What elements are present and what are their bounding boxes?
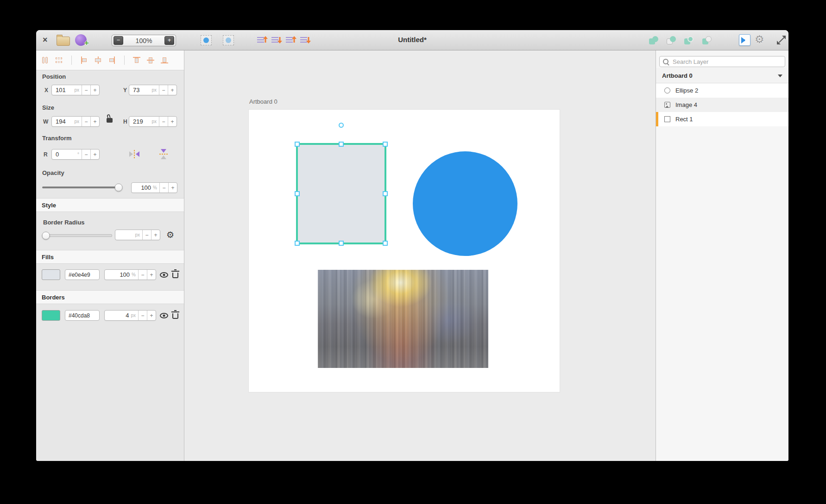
distribute-vertical-icon[interactable] xyxy=(55,56,63,64)
border-radius-increment-button[interactable]: + xyxy=(151,230,160,240)
rotation-decrement-button[interactable]: − xyxy=(82,149,90,159)
border-color-swatch[interactable] xyxy=(42,310,60,321)
flip-horizontal-icon[interactable] xyxy=(129,150,139,158)
close-window-button[interactable]: × xyxy=(43,35,48,44)
layer-name: Rect 1 xyxy=(675,116,693,123)
open-file-icon[interactable] xyxy=(57,37,70,46)
border-radius-slider[interactable] xyxy=(42,234,112,237)
titlebar[interactable]: × + − 100% + Untitled* xyxy=(36,30,788,50)
border-radius-input[interactable]: px xyxy=(115,230,142,240)
border-radius-slider-knob[interactable] xyxy=(42,232,50,240)
align-left-icon[interactable] xyxy=(80,56,88,64)
width-increment-button[interactable]: + xyxy=(90,117,99,126)
export-artboards-icon[interactable]: + xyxy=(75,34,87,46)
opacity-decrement-button[interactable]: − xyxy=(159,183,168,193)
align-top-icon[interactable] xyxy=(133,56,141,64)
flip-vertical-icon[interactable] xyxy=(159,149,168,159)
height-input[interactable]: 219px xyxy=(129,117,159,126)
layer-row-image[interactable]: Image 4 xyxy=(656,98,788,112)
layer-row-ellipse[interactable]: Ellipse 2 xyxy=(656,83,788,98)
style-title: Style xyxy=(42,202,56,209)
selection-handle-bottom-center[interactable] xyxy=(339,241,344,246)
height-decrement-button[interactable]: − xyxy=(159,117,168,126)
select-all-icon[interactable] xyxy=(201,35,212,45)
rotation-increment-button[interactable]: + xyxy=(90,149,99,159)
zoom-in-button[interactable]: + xyxy=(164,36,174,45)
boolean-union-icon[interactable] xyxy=(648,35,659,45)
search-input[interactable] xyxy=(672,58,782,66)
align-bottom-icon[interactable] xyxy=(161,56,169,64)
bring-forward-icon[interactable] xyxy=(257,36,268,44)
distribute-horizontal-icon[interactable] xyxy=(41,56,49,64)
layer-search-box[interactable] xyxy=(659,56,785,67)
width-input[interactable]: 194px xyxy=(52,117,82,126)
settings-gear-icon[interactable]: ⚙ xyxy=(755,33,764,45)
layer-row-rect[interactable]: Rect 1 xyxy=(656,112,788,126)
opacity-slider[interactable] xyxy=(42,187,121,188)
artboard-label[interactable]: Artboard 0 xyxy=(249,98,277,105)
y-increment-button[interactable]: + xyxy=(168,85,177,95)
fill-opacity-decrement-button[interactable]: − xyxy=(138,270,147,280)
image-object[interactable] xyxy=(318,270,488,368)
boolean-difference-icon[interactable] xyxy=(666,35,677,45)
layers-empty-area[interactable] xyxy=(656,126,788,461)
send-backward-icon[interactable] xyxy=(271,36,283,44)
selection-handle-bottom-right[interactable] xyxy=(383,241,388,246)
mirror-axis xyxy=(159,154,168,155)
x-decrement-button[interactable]: − xyxy=(82,85,90,95)
y-decrement-button[interactable]: − xyxy=(159,85,168,95)
border-width-decrement-button[interactable]: − xyxy=(138,311,147,320)
chevron-down-icon[interactable] xyxy=(778,75,782,80)
zoom-level[interactable]: 100% xyxy=(125,37,163,44)
fill-visibility-eye-icon[interactable] xyxy=(160,272,168,278)
border-radius-options-icon[interactable]: ⚙ xyxy=(166,230,174,239)
align-right-icon[interactable] xyxy=(108,56,116,64)
fill-color-swatch[interactable] xyxy=(42,269,60,280)
export-icon[interactable] xyxy=(739,34,750,46)
border-visibility-eye-icon[interactable] xyxy=(160,313,168,318)
deselect-icon[interactable] xyxy=(223,35,234,45)
opacity-slider-knob[interactable] xyxy=(114,184,122,192)
align-center-vertical-icon[interactable] xyxy=(147,56,155,64)
bring-to-front-icon[interactable] xyxy=(286,36,297,44)
border-width-input[interactable]: 4px xyxy=(105,311,138,320)
boolean-intersect-icon[interactable] xyxy=(683,35,694,45)
fill-opacity-input[interactable]: 100% xyxy=(105,270,138,280)
rotation-input[interactable]: 0° xyxy=(52,149,82,159)
artboard-group-header[interactable]: Artboard 0 xyxy=(656,68,788,83)
h-label: H xyxy=(123,118,127,125)
rotation-handle[interactable] xyxy=(339,123,344,128)
rect-object[interactable] xyxy=(296,143,386,244)
border-delete-trash-icon[interactable] xyxy=(172,313,178,319)
border-width-increment-button[interactable]: + xyxy=(147,311,156,320)
fill-delete-trash-icon[interactable] xyxy=(172,273,178,278)
opacity-increment-button[interactable]: + xyxy=(168,183,177,193)
border-hex-field[interactable]: #40cda8 xyxy=(65,310,100,321)
selection-handle-top-right[interactable] xyxy=(383,142,388,147)
boolean-exclude-icon[interactable] xyxy=(701,35,713,45)
zoom-out-button[interactable]: − xyxy=(113,36,123,45)
fill-hex-field[interactable]: #e0e4e9 xyxy=(65,269,100,280)
width-field: 194px − + xyxy=(51,116,100,127)
selection-handle-middle-right[interactable] xyxy=(383,191,388,196)
lock-ratio-icon[interactable] xyxy=(107,118,113,123)
align-center-horizontal-icon[interactable] xyxy=(94,56,102,64)
selection-handle-bottom-left[interactable] xyxy=(295,241,300,246)
selection-handle-middle-left[interactable] xyxy=(295,191,300,196)
y-label: Y xyxy=(123,87,127,93)
y-input[interactable]: 73px xyxy=(129,85,159,95)
send-to-back-icon[interactable] xyxy=(300,36,311,44)
selection-handle-top-left[interactable] xyxy=(295,142,300,147)
fullscreen-icon[interactable] xyxy=(777,36,786,44)
x-unit: px xyxy=(74,87,79,93)
border-radius-decrement-button[interactable]: − xyxy=(142,230,151,240)
canvas[interactable]: Artboard 0 xyxy=(184,50,656,461)
width-decrement-button[interactable]: − xyxy=(82,117,90,126)
fill-opacity-increment-button[interactable]: + xyxy=(147,270,156,280)
height-increment-button[interactable]: + xyxy=(168,117,177,126)
selection-handle-top-center[interactable] xyxy=(339,142,344,147)
x-input[interactable]: 101px xyxy=(52,85,82,95)
x-increment-button[interactable]: + xyxy=(90,85,99,95)
opacity-input[interactable]: 100% xyxy=(132,183,159,193)
ellipse-object[interactable] xyxy=(413,151,517,256)
